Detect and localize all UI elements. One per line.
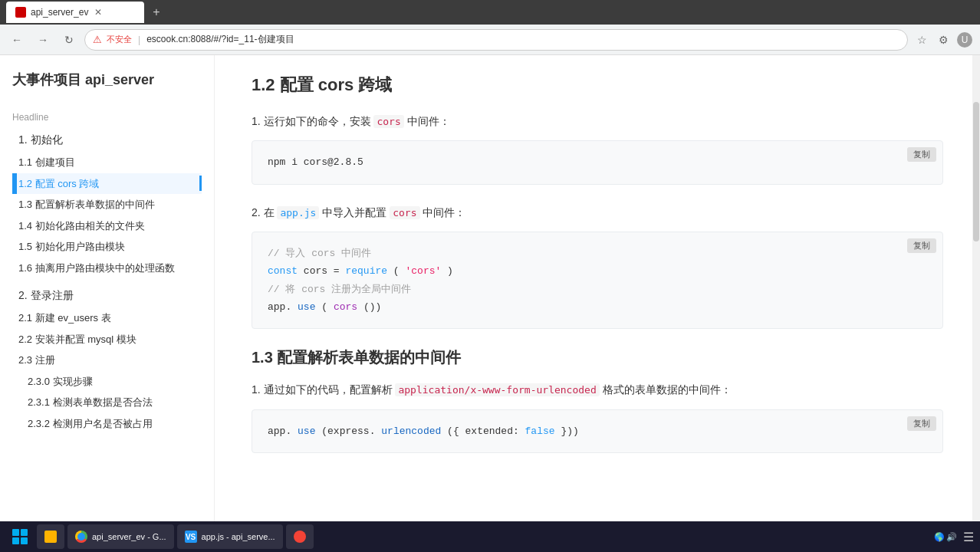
nav-item-1-2[interactable]: 1.2 配置 cors 跨域 bbox=[12, 173, 202, 195]
volume-icon: 🔊 bbox=[946, 532, 957, 542]
browser-bar: ← → ↻ ⚠ 不安全 | escook.cn:8088/#/?id=_11-创… bbox=[0, 25, 980, 55]
step-2-code1: app.js bbox=[277, 206, 319, 219]
code-2-line-1: // 导入 cors 中间件 bbox=[268, 245, 927, 262]
section-1-header[interactable]: 1. 初始化 bbox=[12, 129, 202, 152]
menu-lines-icon: ☰ bbox=[963, 530, 974, 544]
network-icon: 🌎 bbox=[934, 532, 945, 542]
sidebar-item-2-3[interactable]: 2.3 注册 bbox=[12, 350, 202, 371]
title-num-1-2: 1.2 配置 cors 跨域 bbox=[252, 74, 392, 97]
step-1-suffix: 中间件： bbox=[407, 115, 450, 127]
tab-close-button[interactable]: ✕ bbox=[93, 7, 104, 18]
sidebar-title: 大事件项目 api_server bbox=[12, 71, 202, 97]
active-tab[interactable]: api_server_ev ✕ bbox=[6, 2, 144, 23]
step-2-num: 2. 在 bbox=[252, 206, 275, 219]
forward-button[interactable]: → bbox=[32, 29, 54, 51]
nav-item-2-2[interactable]: 2.2 安装并配置 mysql 模块 bbox=[12, 329, 202, 350]
step-1-text: 1. 运行如下的命令，安装 cors 中间件： bbox=[252, 112, 943, 131]
code-block-1: 复制 npm i cors@2.8.5 bbox=[252, 140, 943, 184]
sidebar-item-2-3-1[interactable]: 2.3.1 检测表单数据是否合法 bbox=[12, 392, 202, 413]
sidebar-item-1-3[interactable]: 1.3 配置解析表单数据的中间件 bbox=[12, 194, 202, 215]
scroll-track[interactable] bbox=[972, 55, 980, 521]
step-1-3-code: application/x-www-form-urlencoded bbox=[395, 383, 599, 396]
tab-bar: api_server_ev ✕ + bbox=[6, 0, 166, 25]
windows-icon-q3 bbox=[12, 537, 19, 544]
taskbar-item-chrome[interactable]: api_server_ev - G... bbox=[67, 524, 174, 549]
sidebar-item-1-1[interactable]: 1.1 创建项目 bbox=[12, 152, 202, 173]
nav-item-1-5[interactable]: 1.5 初始化用户路由模块 bbox=[12, 236, 202, 258]
windows-icon-q1 bbox=[12, 529, 19, 536]
file-manager-icon bbox=[44, 531, 57, 543]
nav-item-1-6[interactable]: 1.6 抽离用户路由模块中的处理函数 bbox=[12, 258, 202, 279]
sidebar-item-1-6[interactable]: 1.6 抽离用户路由模块中的处理函数 bbox=[12, 258, 202, 279]
taskbar-item-red-app[interactable] bbox=[286, 524, 314, 549]
code-1-text: npm i cors@2.8.5 bbox=[268, 156, 363, 168]
address-separator: | bbox=[138, 34, 140, 45]
step-2-container: 2. 在 app.js 中导入并配置 cors 中间件： 复制 // 导入 co… bbox=[252, 203, 943, 330]
step-1-3-text: 1. 通过如下的代码，配置解析 application/x-www-form-u… bbox=[252, 380, 943, 399]
nav-item-2-3-2[interactable]: 2.3.2 检测用户名是否被占用 bbox=[12, 413, 202, 435]
section-2-label: 2. 登录注册 bbox=[18, 289, 74, 301]
copy-button-3[interactable]: 复制 bbox=[907, 416, 936, 431]
browser-actions: ☆ ⚙ U bbox=[913, 31, 974, 49]
section-1-label: 1. 初始化 bbox=[18, 133, 63, 146]
windows-icon-q4 bbox=[21, 537, 28, 544]
address-bar[interactable]: ⚠ 不安全 | escook.cn:8088/#/?id=_11-创建项目 bbox=[84, 29, 908, 51]
content-area: 1.2 配置 cors 跨域 1. 运行如下的命令，安装 cors 中间件： 复… bbox=[215, 55, 980, 521]
step-1-3-container: 1. 通过如下的代码，配置解析 application/x-www-form-u… bbox=[252, 380, 943, 453]
taskbar-menu-icon[interactable]: ☰ bbox=[963, 530, 974, 544]
step-2-code2: cors bbox=[390, 206, 419, 219]
code-2-line-3: // 将 cors 注册为全局中间件 bbox=[268, 281, 927, 298]
windows-icon bbox=[12, 529, 28, 544]
step-1-container: 1. 运行如下的命令，安装 cors 中间件： 复制 npm i cors@2.… bbox=[252, 112, 943, 185]
extensions-button[interactable]: ⚙ bbox=[934, 31, 952, 49]
code-2-line-2: const cors = require ( 'cors' ) bbox=[268, 262, 927, 280]
code-2-line-4: app. use ( cors ()) bbox=[268, 298, 927, 316]
nav-item-1-1[interactable]: 1.1 创建项目 bbox=[12, 152, 202, 173]
security-warning-icon: ⚠ bbox=[93, 34, 102, 45]
nav-item-2-1[interactable]: 2.1 新建 ev_users 表 bbox=[12, 307, 202, 329]
step-1-3-prefix: 1. 通过如下的代码，配置解析 bbox=[252, 383, 393, 396]
sidebar-item-2-3-2[interactable]: 2.3.2 检测用户名是否被占用 bbox=[12, 413, 202, 435]
back-button[interactable]: ← bbox=[6, 29, 28, 51]
copy-button-1[interactable]: 复制 bbox=[907, 147, 936, 162]
nav-item-2-3[interactable]: 2.3 注册 bbox=[12, 350, 202, 371]
section-2-header[interactable]: 2. 登录注册 bbox=[12, 284, 202, 307]
step-2-text: 2. 在 app.js 中导入并配置 cors 中间件： bbox=[252, 203, 943, 222]
section-1-3-title: 1.3 配置解析表单数据的中间件 bbox=[252, 347, 943, 368]
sidebar-item-1-2[interactable]: 1.2 配置 cors 跨域 bbox=[15, 173, 202, 195]
nav-item-2-3-0[interactable]: 2.3.0 实现步骤 bbox=[12, 371, 202, 393]
sidebar-item-2-2[interactable]: 2.2 安装并配置 mysql 模块 bbox=[12, 329, 202, 350]
chrome-icon-center bbox=[77, 533, 85, 540]
taskbar-item-vscode[interactable]: VS app.js - api_serve... bbox=[177, 524, 283, 549]
nav-item-1-3[interactable]: 1.3 配置解析表单数据的中间件 bbox=[12, 194, 202, 215]
refresh-button[interactable]: ↻ bbox=[58, 29, 80, 51]
sidebar-item-2-3-0[interactable]: 2.3.0 实现步骤 bbox=[12, 371, 202, 393]
sidebar-item-2-1[interactable]: 2.1 新建 ev_users 表 bbox=[12, 307, 202, 329]
copy-button-2[interactable]: 复制 bbox=[907, 238, 936, 253]
step-2-middle: 中导入并配置 bbox=[322, 206, 386, 219]
tab-favicon bbox=[15, 7, 26, 18]
new-tab-button[interactable]: + bbox=[147, 3, 166, 21]
vscode-icon: VS bbox=[185, 531, 197, 543]
sidebar-item-1-5[interactable]: 1.5 初始化用户路由模块 bbox=[12, 236, 202, 258]
sidebar-item-1-4[interactable]: 1.4 初始化路由相关的文件夹 bbox=[12, 215, 202, 237]
windows-icon-q2 bbox=[21, 529, 28, 536]
system-icons: 🌎 🔊 bbox=[934, 532, 957, 542]
step-1-inline-code: cors bbox=[373, 115, 403, 128]
red-app-icon bbox=[294, 531, 306, 543]
profile-button[interactable]: U bbox=[955, 31, 974, 49]
code-block-2: 复制 // 导入 cors 中间件 const cors = require (… bbox=[252, 232, 943, 330]
sidebar: 大事件项目 api_server Headline 1. 初始化 1.1 创建项… bbox=[0, 55, 215, 521]
browser-chrome: api_server_ev ✕ + bbox=[0, 0, 980, 25]
insecure-label: 不安全 bbox=[107, 34, 132, 45]
taskbar-item-file-manager[interactable] bbox=[37, 524, 64, 549]
vscode-icon-text: VS bbox=[186, 533, 196, 541]
bookmark-button[interactable]: ☆ bbox=[913, 31, 931, 49]
active-indicator bbox=[199, 176, 202, 191]
nav-item-1-4[interactable]: 1.4 初始化路由相关的文件夹 bbox=[12, 215, 202, 237]
profile-avatar: U bbox=[957, 32, 972, 48]
windows-start-button[interactable] bbox=[6, 523, 34, 550]
scroll-thumb[interactable] bbox=[973, 102, 979, 242]
code-1-3-line-1: app. use (express. urlencoded ({ extende… bbox=[268, 422, 927, 440]
nav-item-2-3-1[interactable]: 2.3.1 检测表单数据是否合法 bbox=[12, 392, 202, 413]
